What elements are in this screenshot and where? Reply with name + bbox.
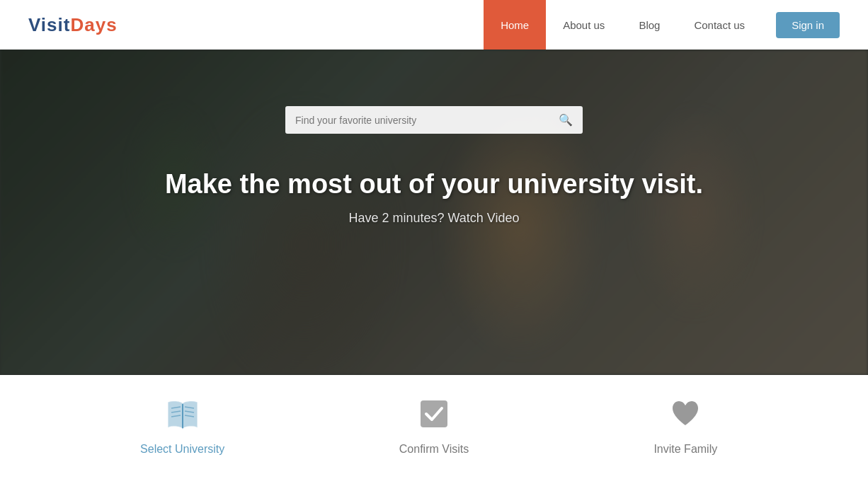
search-bar: 🔍	[285, 106, 583, 134]
hero-headline: Make the most out of your university vis…	[165, 169, 703, 200]
feature-select-university-label: Select University	[140, 443, 224, 456]
signin-button[interactable]: Sign in	[776, 12, 840, 38]
feature-select-university: Select University	[57, 384, 308, 470]
hero-subline: Have 2 minutes? Watch Video	[348, 211, 519, 226]
feature-confirm-visits: Confirm Visits	[308, 384, 559, 470]
svg-rect-6	[421, 400, 447, 427]
logo: VisitDays	[28, 14, 118, 36]
features-section: Select University Confirm Visits Invite …	[0, 375, 868, 479]
search-icon: 🔍	[559, 113, 573, 127]
logo-days: Days	[70, 14, 117, 35]
nav-blog[interactable]: Blog	[622, 0, 677, 50]
hero-content: 🔍 Make the most out of your university v…	[0, 50, 868, 226]
checkbox-icon	[418, 398, 450, 434]
feature-invite-family: Invite Family	[560, 384, 811, 470]
nav-links: Home About us Blog Contact us Sign in	[484, 0, 840, 50]
book-icon	[166, 398, 200, 434]
nav-about[interactable]: About us	[546, 0, 622, 50]
heart-icon	[670, 398, 701, 434]
watch-video-link[interactable]: Have 2 minutes? Watch Video	[348, 211, 519, 225]
feature-confirm-visits-label: Confirm Visits	[399, 443, 469, 456]
hero-section: 🔍 Make the most out of your university v…	[0, 50, 868, 375]
feature-invite-family-label: Invite Family	[653, 443, 717, 456]
nav-home[interactable]: Home	[484, 0, 546, 50]
nav-contact[interactable]: Contact us	[677, 0, 762, 50]
navbar: VisitDays Home About us Blog Contact us …	[0, 0, 868, 50]
search-input[interactable]	[295, 115, 559, 126]
logo-visit: Visit	[28, 14, 70, 35]
